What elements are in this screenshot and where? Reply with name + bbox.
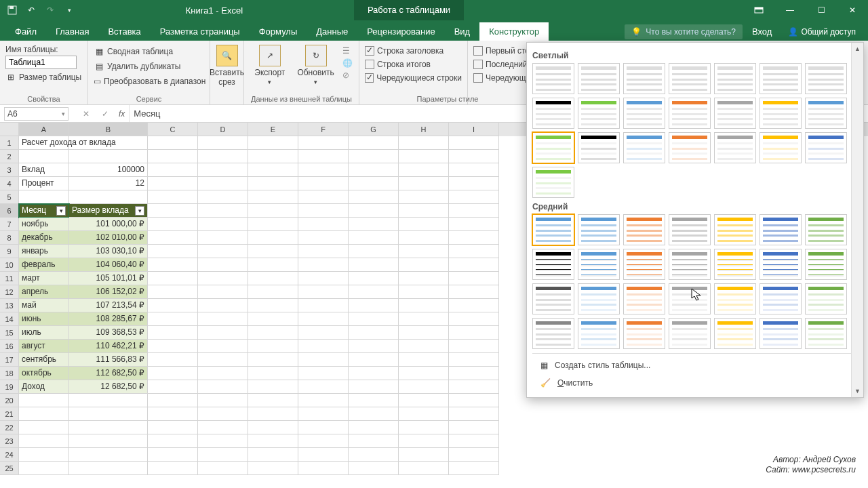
cell[interactable]: Вклад — [19, 163, 69, 177]
column-header[interactable]: C — [148, 123, 198, 136]
table-style-swatch[interactable] — [578, 214, 620, 245]
convert-range-button[interactable]: ▭Преобразовать в диапазон — [94, 75, 204, 88]
table-style-swatch[interactable] — [714, 132, 756, 163]
cell[interactable] — [298, 367, 349, 380]
cell[interactable] — [248, 285, 298, 299]
cell[interactable] — [399, 407, 449, 421]
cell[interactable] — [349, 177, 399, 190]
cell[interactable] — [69, 150, 148, 163]
cell[interactable] — [148, 353, 198, 367]
cell[interactable] — [298, 326, 349, 340]
cell[interactable] — [248, 353, 298, 367]
row-header[interactable]: 1 — [0, 136, 18, 150]
cell[interactable] — [298, 380, 349, 394]
tab-insert[interactable]: Вставка — [98, 22, 150, 41]
cell[interactable]: декабрь — [19, 231, 69, 245]
cell[interactable] — [148, 448, 198, 462]
cell[interactable] — [248, 299, 298, 312]
cell[interactable]: май — [19, 299, 69, 312]
cell[interactable] — [69, 407, 148, 421]
cell[interactable] — [298, 340, 349, 353]
cell[interactable] — [19, 150, 69, 163]
cell[interactable]: 109 368,53 ₽ — [69, 326, 148, 340]
table-style-swatch[interactable] — [714, 249, 756, 280]
cell[interactable]: ноябрь — [19, 218, 69, 231]
table-style-swatch[interactable] — [760, 214, 802, 245]
table-style-swatch[interactable] — [578, 318, 620, 349]
cell[interactable] — [449, 434, 499, 448]
cell[interactable] — [298, 204, 349, 218]
table-style-swatch[interactable] — [760, 283, 802, 314]
cell[interactable] — [449, 163, 499, 177]
insert-slicer-button[interactable]: 🔍 Вставить срез — [205, 43, 248, 88]
cell[interactable] — [198, 312, 248, 326]
row-header[interactable]: 17 — [0, 353, 18, 367]
column-header[interactable]: B — [69, 123, 148, 136]
cell[interactable] — [349, 218, 399, 231]
cell[interactable]: август — [19, 340, 69, 353]
cell[interactable] — [449, 177, 499, 190]
cancel-formula-icon[interactable]: ✕ — [77, 109, 96, 119]
resize-table-button[interactable]: ⊞Размер таблицы — [5, 70, 82, 84]
table-style-swatch[interactable] — [805, 63, 847, 94]
table-style-swatch[interactable] — [532, 318, 574, 349]
cell[interactable] — [148, 136, 198, 150]
table-style-swatch[interactable] — [623, 132, 665, 163]
cell[interactable] — [148, 218, 198, 231]
cell[interactable] — [449, 204, 499, 218]
cell[interactable] — [198, 245, 248, 258]
cell[interactable] — [349, 136, 399, 150]
cell[interactable] — [349, 150, 399, 163]
cell[interactable] — [399, 353, 449, 367]
table-style-swatch[interactable] — [760, 98, 802, 129]
table-style-swatch[interactable] — [578, 283, 620, 314]
cell[interactable] — [399, 272, 449, 285]
column-header[interactable]: D — [198, 123, 248, 136]
cell[interactable] — [449, 272, 499, 285]
cell[interactable] — [298, 245, 349, 258]
row-header[interactable]: 23 — [0, 434, 18, 448]
cell[interactable]: июнь — [19, 312, 69, 326]
column-header[interactable]: I — [449, 123, 499, 136]
cell[interactable] — [349, 340, 399, 353]
cell[interactable] — [449, 421, 499, 434]
tab-review[interactable]: Рецензирование — [357, 22, 444, 41]
tab-view[interactable]: Вид — [445, 22, 480, 41]
cell[interactable] — [399, 245, 449, 258]
table-style-swatch[interactable] — [532, 249, 574, 280]
cell[interactable] — [148, 367, 198, 380]
cell[interactable] — [198, 448, 248, 462]
banded-cols-checkbox[interactable]: Чередующ — [473, 72, 530, 84]
cell[interactable]: 100000 — [69, 163, 148, 177]
cell[interactable] — [198, 177, 248, 190]
cell[interactable]: 108 285,67 ₽ — [69, 312, 148, 326]
cell[interactable] — [298, 231, 349, 245]
cell[interactable] — [148, 421, 198, 434]
table-style-swatch[interactable] — [669, 214, 711, 245]
table-style-swatch[interactable] — [669, 63, 711, 94]
refresh-button[interactable]: ↻Обновить▾ — [293, 43, 338, 87]
cell[interactable] — [69, 136, 148, 150]
banded-rows-checkbox[interactable]: Чередующиеся строки — [365, 72, 462, 84]
row-header[interactable]: 3 — [0, 163, 18, 177]
table-style-swatch[interactable] — [532, 98, 574, 129]
cell[interactable] — [148, 272, 198, 285]
properties-icon[interactable]: ☰ — [342, 46, 353, 56]
cell[interactable] — [148, 150, 198, 163]
table-style-swatch[interactable] — [714, 283, 756, 314]
column-header[interactable]: F — [298, 123, 349, 136]
table-style-swatch[interactable] — [805, 283, 847, 314]
cell[interactable]: Расчет дохода от вклада — [19, 136, 69, 150]
table-style-swatch[interactable] — [623, 63, 665, 94]
cell[interactable] — [148, 177, 198, 190]
row-header[interactable]: 13 — [0, 299, 18, 312]
tab-file[interactable]: Файл — [5, 22, 46, 41]
cell[interactable] — [248, 190, 298, 204]
cell[interactable] — [248, 340, 298, 353]
cell[interactable] — [298, 150, 349, 163]
cell[interactable] — [19, 462, 69, 475]
open-browser-icon[interactable]: 🌐 — [342, 58, 353, 68]
cell[interactable] — [198, 340, 248, 353]
tab-home[interactable]: Главная — [46, 22, 98, 41]
cell[interactable] — [19, 407, 69, 421]
